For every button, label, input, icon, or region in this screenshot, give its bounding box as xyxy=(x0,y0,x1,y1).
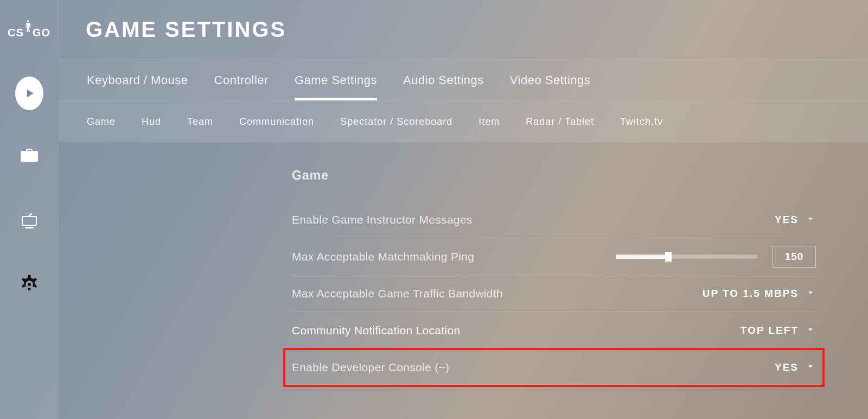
tab-game-settings[interactable]: Game Settings xyxy=(295,60,377,100)
csgo-logo: CS GO xyxy=(8,22,50,43)
chevron-down-icon xyxy=(805,361,816,374)
setting-row: Enable Developer Console (~)YES xyxy=(292,349,816,386)
tab-label: Keyboard / Mouse xyxy=(87,73,188,87)
setting-label: Enable Developer Console (~) xyxy=(292,361,449,374)
subtab-radar-tablet[interactable]: Radar / Tablet xyxy=(526,116,594,128)
subtab-game[interactable]: Game xyxy=(87,116,116,128)
settings-button[interactable] xyxy=(15,271,43,300)
briefcase-icon xyxy=(18,145,40,169)
setting-control[interactable]: 150 xyxy=(616,246,816,268)
logo-text-cs: CS xyxy=(8,27,24,39)
dropdown-value: UP TO 1.5 MBPS xyxy=(703,288,799,300)
subtab-label: Twitch.tv xyxy=(620,116,663,127)
subtab-hud[interactable]: Hud xyxy=(142,116,161,128)
main-area: GAME SETTINGS Keyboard / MouseController… xyxy=(59,0,868,419)
dropdown-value: YES xyxy=(775,214,799,226)
primary-tabs: Keyboard / MouseControllerGame SettingsA… xyxy=(59,60,868,101)
slider-value-box[interactable]: 150 xyxy=(773,246,816,268)
settings-content: Game Enable Game Instructor MessagesYESM… xyxy=(59,142,868,419)
sub-tabs: GameHudTeamCommunicationSpectator / Scor… xyxy=(59,101,868,142)
tab-controller[interactable]: Controller xyxy=(214,60,269,100)
subtab-label: Hud xyxy=(142,116,161,127)
subtab-label: Item xyxy=(478,116,500,127)
tab-label: Audio Settings xyxy=(403,73,484,87)
chevron-down-icon xyxy=(805,287,816,300)
subtab-team[interactable]: Team xyxy=(187,116,213,128)
subtab-label: Communication xyxy=(239,116,314,127)
sidebar: CS GO xyxy=(0,0,59,419)
inventory-button[interactable] xyxy=(15,143,43,172)
tab-keyboard-mouse[interactable]: Keyboard / Mouse xyxy=(87,60,188,100)
settings-rows: Enable Game Instructor MessagesYESMax Ac… xyxy=(292,201,816,386)
setting-row: Enable Game Instructor MessagesYES xyxy=(292,201,816,238)
page-title: GAME SETTINGS xyxy=(86,17,286,42)
setting-label: Max Acceptable Matchmaking Ping xyxy=(292,250,474,263)
watch-button[interactable] xyxy=(15,207,43,236)
subtab-label: Spectator / Scoreboard xyxy=(340,116,452,127)
tab-label: Game Settings xyxy=(295,73,377,87)
subtab-item[interactable]: Item xyxy=(478,116,500,128)
setting-row: Max Acceptable Game Traffic BandwidthUP … xyxy=(292,275,816,312)
slider-fill xyxy=(616,255,668,259)
play-icon xyxy=(15,77,43,110)
setting-control[interactable]: UP TO 1.5 MBPS xyxy=(703,287,816,300)
subtab-label: Team xyxy=(187,116,213,127)
logo-soldier-icon xyxy=(24,20,33,35)
dropdown-value: TOP LEFT xyxy=(741,325,799,337)
subtab-spectator-scoreboard[interactable]: Spectator / Scoreboard xyxy=(340,116,452,128)
play-button[interactable] xyxy=(15,79,43,107)
subtab-label: Game xyxy=(87,116,116,127)
page-header: GAME SETTINGS xyxy=(59,0,868,60)
setting-control[interactable]: YES xyxy=(775,213,816,226)
tab-audio-settings[interactable]: Audio Settings xyxy=(403,60,484,100)
setting-label: Enable Game Instructor Messages xyxy=(292,213,473,226)
setting-control[interactable]: YES xyxy=(775,361,816,374)
section-heading: Game xyxy=(292,168,816,183)
tv-icon xyxy=(18,210,40,233)
tab-label: Video Settings xyxy=(510,73,590,87)
setting-label: Community Notification Location xyxy=(292,324,460,337)
chevron-down-icon xyxy=(805,324,816,337)
tab-label: Controller xyxy=(214,73,269,87)
subtab-communication[interactable]: Communication xyxy=(239,116,314,128)
setting-row: Community Notification LocationTOP LEFT xyxy=(292,312,816,349)
gear-icon xyxy=(18,274,40,297)
slider-track[interactable] xyxy=(616,255,757,259)
subtab-label: Radar / Tablet xyxy=(526,116,594,127)
app-root: CS GO GAME SETTI xyxy=(0,0,868,419)
setting-label: Max Acceptable Game Traffic Bandwidth xyxy=(292,287,503,300)
slider-thumb[interactable] xyxy=(665,252,672,262)
logo-text-go: GO xyxy=(33,27,50,39)
chevron-down-icon xyxy=(805,213,816,226)
dropdown-value: YES xyxy=(775,361,799,373)
subtab-twitch-tv[interactable]: Twitch.tv xyxy=(620,116,663,128)
setting-row: Max Acceptable Matchmaking Ping150 xyxy=(292,238,816,275)
setting-control[interactable]: TOP LEFT xyxy=(741,324,816,337)
tab-video-settings[interactable]: Video Settings xyxy=(510,60,590,100)
